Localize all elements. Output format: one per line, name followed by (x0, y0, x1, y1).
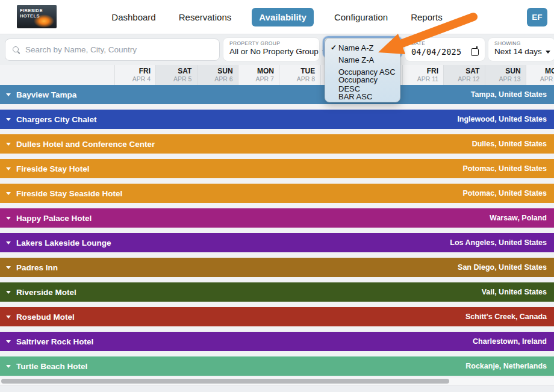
hotel-location: Warsaw, Poland (490, 214, 554, 222)
showing-label: SHOWING (494, 40, 549, 46)
hotel-name: Saltriver Rock Hotel (16, 337, 473, 346)
nav-item-reports[interactable]: Reports (408, 8, 445, 26)
horizontal-scrollbar-thumb[interactable] (1, 379, 449, 384)
nav-item-reservations[interactable]: Reservations (176, 8, 234, 26)
hotel-row-turtle-beach-hotel[interactable]: Turtle Beach HotelRockanje, Netherlands (0, 356, 554, 376)
row-expand-caret-icon[interactable] (6, 365, 11, 368)
calendar-date: APR 7 (238, 75, 274, 82)
chevron-down-icon (546, 51, 550, 54)
hotel-name: Dulles Hotel and Conference Center (16, 140, 472, 149)
calendar-column-apr-12: SATAPR 12 (443, 65, 485, 85)
calendar-date: APR 5 (156, 75, 191, 82)
search-input[interactable]: Search by Name, City, Country (5, 39, 220, 61)
checkmark-icon: ✓ (331, 43, 338, 52)
hotel-row-fireside-stay-hotel[interactable]: Fireside Stay HotelPotomac, United State… (0, 159, 554, 178)
hotel-list: Bayview TampaTampa, United StatesCharger… (0, 85, 554, 378)
calendar-column-apr-4: FRIAPR 4 (114, 65, 156, 85)
property-group-select[interactable]: PROPERTY GROUP All or No Property Group (223, 37, 320, 61)
row-expand-caret-icon[interactable] (6, 266, 11, 269)
calendar-column-apr-5: SATAPR 5 (155, 65, 197, 85)
availability-page: FIRESIDE HOTELS DashboardReservationsAva… (0, 0, 554, 392)
row-expand-caret-icon[interactable] (6, 291, 11, 294)
calendar-date: APR 13 (485, 75, 521, 82)
hotel-location: Vail, United States (482, 288, 554, 296)
footer-area (0, 385, 554, 392)
calendar-date: APR 12 (444, 75, 479, 82)
search-placeholder: Search by Name, City, Country (25, 45, 137, 54)
property-group-value: All or No Property Group (229, 47, 319, 56)
hotel-name: Happy Palace Hotel (16, 214, 490, 223)
sort-option-label: Occupancy DESC (338, 75, 400, 93)
calendar-date: APR 11 (403, 75, 438, 82)
calendar-day-name: MON (526, 67, 554, 75)
hotel-name: Rosebud Motel (16, 313, 465, 322)
row-expand-caret-icon[interactable] (6, 167, 11, 170)
sort-option-name-a-z[interactable]: ✓Name A-Z (325, 42, 400, 54)
calendar-day-name: SAT (156, 67, 191, 75)
row-expand-caret-icon[interactable] (6, 217, 11, 220)
row-expand-caret-icon[interactable] (6, 192, 11, 195)
calendar-column-apr-8: TUEAPR 8 (279, 65, 320, 85)
calendar-column-apr-6: SUNAPR 6 (197, 65, 238, 85)
hotel-location: Potomac, United States (462, 164, 554, 173)
hotel-location: Charlestown, Ireland (473, 337, 554, 346)
hotel-name: Turtle Beach Hotel (16, 362, 465, 371)
horizontal-scrollbar-track[interactable] (0, 378, 554, 385)
sort-option-name-z-a[interactable]: Name Z-A (325, 54, 400, 66)
calendar-header-row: FRIAPR 4SATAPR 5SUNAPR 6MONAPR 7TUEAPR 8… (0, 65, 554, 85)
calendar-date: APR 4 (115, 75, 151, 82)
showing-value: Next 14 days (494, 47, 542, 56)
row-expand-caret-icon[interactable] (6, 340, 11, 343)
user-avatar[interactable]: EF (527, 8, 547, 26)
nav-item-dashboard[interactable]: Dashboard (109, 8, 158, 26)
row-expand-caret-icon[interactable] (6, 316, 11, 319)
hotel-location: Schitt's Creek, Canada (465, 313, 554, 321)
row-expand-caret-icon[interactable] (6, 143, 11, 146)
hotel-name: Fireside Stay Hotel (16, 164, 462, 173)
sort-option-occupancy-desc[interactable]: Occupancy DESC (325, 78, 400, 90)
nav-item-availability[interactable]: Availability (252, 8, 314, 26)
hotel-row-saltriver-rock-hotel[interactable]: Saltriver Rock HotelCharlestown, Ireland (0, 332, 554, 351)
showing-select[interactable]: SHOWING Next 14 days (488, 37, 554, 61)
hotel-location: Inglewood, United States (457, 115, 554, 123)
hotel-location: Potomac, United States (462, 189, 554, 198)
filter-bar: Search by Name, City, Country PROPERTY G… (0, 34, 554, 65)
hotel-row-fireside-stay-seaside-hotel[interactable]: Fireside Stay Seaside HotelPotomac, Unit… (0, 184, 554, 203)
hotel-row-bayview-tampa[interactable]: Bayview TampaTampa, United States (0, 85, 554, 104)
date-value: 04/04/2025 (411, 47, 461, 57)
hotel-row-padres-inn[interactable]: Padres InnSan Diego, United States (0, 258, 554, 277)
calendar-day-name: SUN (485, 67, 521, 75)
calendar-icon[interactable] (471, 48, 479, 56)
hotel-name: Chargers City Chalet (16, 115, 457, 124)
hotel-location: Los Angeles, United States (450, 238, 554, 247)
row-expand-caret-icon[interactable] (6, 241, 11, 244)
hotel-row-rosebud-motel[interactable]: Rosebud MotelSchitt's Creek, Canada (0, 307, 554, 326)
hotel-name: Padres Inn (16, 263, 458, 272)
calendar-column-apr-11: FRIAPR 11 (402, 65, 444, 85)
hotel-location: Tampa, United States (471, 90, 554, 99)
sort-option-label: Name A-Z (338, 43, 374, 52)
sort-option-label: BAR ASC (338, 92, 372, 101)
property-group-label: PROPERTY GROUP (229, 40, 313, 46)
top-bar: FIRESIDE HOTELS DashboardReservationsAva… (0, 0, 554, 34)
hotel-row-riverside-motel[interactable]: Riverside MotelVail, United States (0, 282, 554, 302)
hotel-row-dulles-hotel-and-conference-center[interactable]: Dulles Hotel and Conference CenterDulles… (0, 134, 554, 154)
calendar-day-name: FRI (115, 67, 151, 75)
calendar-day-name: SUN (198, 67, 233, 75)
row-expand-caret-icon[interactable] (6, 93, 11, 96)
hotel-location: Rockanje, Netherlands (465, 362, 554, 370)
hotel-row-lakers-lakeside-lounge[interactable]: Lakers Lakeside LoungeLos Angeles, Unite… (0, 233, 554, 252)
hotel-location: Dulles, United States (472, 140, 554, 148)
hotel-row-happy-palace-hotel[interactable]: Happy Palace HotelWarsaw, Poland (0, 208, 554, 228)
calendar-day-name: SAT (444, 67, 479, 75)
row-expand-caret-icon[interactable] (6, 118, 11, 121)
calendar-date: APR 8 (279, 75, 315, 82)
calendar-date: APR 6 (198, 75, 233, 82)
hotel-row-chargers-city-chalet[interactable]: Chargers City ChaletInglewood, United St… (0, 110, 554, 129)
sort-dropdown-menu: ✓Name A-ZName Z-AOccupancy ASCOccupancy … (325, 38, 400, 102)
sort-option-label: Name Z-A (338, 55, 374, 64)
calendar-date: APR 14 (526, 75, 554, 82)
date-field[interactable]: DATE 04/04/2025 (405, 37, 485, 61)
calendar-column-apr-14: MONAPR 14 (526, 65, 554, 85)
nav-item-configuration[interactable]: Configuration (332, 8, 390, 26)
